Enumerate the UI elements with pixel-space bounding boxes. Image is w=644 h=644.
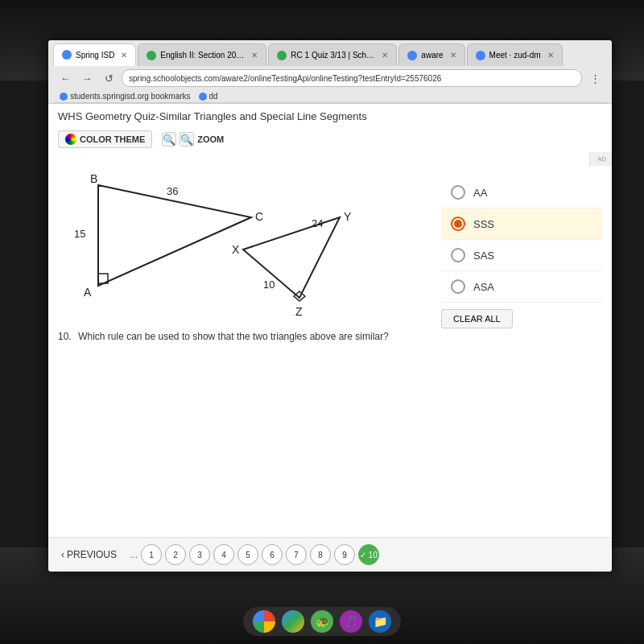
svg-text:Y: Y <box>344 210 352 223</box>
tab-spring-isd[interactable]: Spring ISD ✕ <box>53 43 136 66</box>
tab-meet[interactable]: Meet · zud-dm ✕ <box>467 43 563 66</box>
tab-bar: Spring ISD ✕ English II: Section 20-7 | … <box>53 43 607 66</box>
bookmark-students[interactable]: students.springisd.org bookmarks <box>60 92 191 101</box>
radio-asa[interactable] <box>451 279 465 294</box>
page-btn-8[interactable]: 8 <box>310 544 331 565</box>
page-navigation: ... 1 2 3 4 5 6 7 8 9 ✓ 10 <box>130 544 379 565</box>
svg-text:24: 24 <box>312 217 323 229</box>
bottom-nav: ‹ PREVIOUS ... 1 2 3 4 5 6 7 8 9 ✓ 10 <box>48 537 612 572</box>
choice-label-sas: SAS <box>473 250 494 262</box>
taskbar-turtle-icon[interactable]: 🐢 <box>311 610 333 633</box>
zoom-controls: 🔍 🔍 ZOOM <box>162 132 224 147</box>
color-theme-button[interactable]: COLOR THEME <box>58 130 152 148</box>
page-btn-10[interactable]: ✓ 10 <box>358 544 379 565</box>
bookmarks-bar: students.springisd.org bookmarks dd <box>53 90 607 103</box>
tab-rc-quiz[interactable]: RC 1 Quiz 3/13 | Schoology ✕ <box>268 43 397 66</box>
radio-sss-inner <box>454 220 462 228</box>
page-btn-3[interactable]: 3 <box>189 544 210 565</box>
browser-window: Spring ISD ✕ English II: Section 20-7 | … <box>48 40 612 572</box>
svg-text:Z: Z <box>295 305 303 318</box>
question-text: Which rule can be used to show that the … <box>78 331 389 342</box>
question-number: 10. <box>58 331 72 342</box>
tab-close-rc-quiz[interactable]: ✕ <box>382 51 388 60</box>
tab-close-english[interactable]: ✕ <box>251 51 258 60</box>
clear-all-button[interactable]: CLEAR ALL <box>441 309 513 328</box>
prev-chevron-icon: ‹ <box>61 549 64 560</box>
extensions-button[interactable]: ⋮ <box>586 69 604 87</box>
radio-sss[interactable] <box>451 217 465 231</box>
tab-favicon-aware <box>407 51 417 60</box>
tab-label-meet: Meet · zud-dm <box>489 51 541 60</box>
taskbar-folder-icon[interactable]: 📁 <box>369 610 391 633</box>
page-btn-9[interactable]: 9 <box>334 544 355 565</box>
answer-choices: AA SSS SAS <box>441 161 602 343</box>
page-btn-6[interactable]: 6 <box>262 544 283 565</box>
back-button[interactable]: ← <box>56 69 74 87</box>
svg-marker-7 <box>243 217 340 298</box>
page-btn-2[interactable]: 2 <box>165 544 186 565</box>
svg-text:15: 15 <box>74 228 85 240</box>
tab-label-aware: aware <box>421 51 443 60</box>
question-area: B C A 36 15 X <box>58 161 602 343</box>
tab-favicon-english <box>147 51 156 60</box>
tab-aware[interactable]: aware ✕ <box>398 43 464 66</box>
taskbar-drive-icon[interactable] <box>282 610 304 633</box>
svg-text:10: 10 <box>263 279 275 291</box>
tab-favicon-spring-isd <box>62 50 72 60</box>
tab-close-spring-isd[interactable]: ✕ <box>121 51 127 60</box>
bookmark-favicon-students <box>60 93 68 101</box>
choice-label-aa: AA <box>473 187 487 199</box>
choice-label-asa: ASA <box>473 281 494 293</box>
svg-text:36: 36 <box>167 185 178 197</box>
page-btn-1[interactable]: 1 <box>141 544 162 565</box>
tab-label-rc-quiz: RC 1 Quiz 3/13 | Schoology <box>291 51 375 60</box>
address-bar-row: ← → ↺ spring.schoolobjects.com/aware2/on… <box>53 66 607 90</box>
choice-sss[interactable]: SSS <box>441 208 602 240</box>
choice-sas[interactable]: SAS <box>441 240 602 271</box>
tab-english[interactable]: English II: Section 20-7 | Scho... ✕ <box>138 43 266 66</box>
page-title: WHS Geometry Quiz-Similar Triangles and … <box>58 110 602 122</box>
tab-favicon-rc-quiz <box>277 51 287 60</box>
taskbar-chrome-icon[interactable] <box>253 610 275 633</box>
tab-close-aware[interactable]: ✕ <box>450 51 456 60</box>
page-btn-5[interactable]: 5 <box>237 544 258 565</box>
bookmark-label-students: students.springisd.org bookmarks <box>70 92 191 101</box>
page-content: WHS Geometry Quiz-Similar Triangles and … <box>48 104 612 572</box>
triangles-diagram: B C A 36 15 X <box>58 161 380 322</box>
color-theme-label: COLOR THEME <box>80 134 145 144</box>
choice-asa[interactable]: ASA <box>441 271 602 303</box>
taskbar: 🐢 🎵 📁 <box>243 607 401 636</box>
zoom-in-button[interactable]: 🔍 <box>180 132 194 147</box>
choice-aa[interactable]: AA <box>441 177 602 208</box>
triangle-area: B C A 36 15 X <box>58 161 425 343</box>
page-btn-7[interactable]: 7 <box>286 544 307 565</box>
ad-placeholder: AD <box>589 152 612 166</box>
palette-icon <box>65 134 76 145</box>
bookmark-label-dd: dd <box>209 92 218 101</box>
tab-label-english: English II: Section 20-7 | Scho... <box>160 51 245 60</box>
zoom-out-button[interactable]: 🔍 <box>162 132 176 147</box>
ellipsis: ... <box>130 549 138 560</box>
radio-sas[interactable] <box>451 248 465 262</box>
bookmark-favicon-dd <box>199 93 207 101</box>
svg-text:B: B <box>90 172 97 185</box>
bookmark-dd[interactable]: dd <box>199 92 218 101</box>
tab-favicon-meet <box>476 51 485 60</box>
address-input[interactable]: spring.schoolobjects.com/aware2/onlineTe… <box>122 69 582 87</box>
tab-close-meet[interactable]: ✕ <box>547 51 554 60</box>
forward-button[interactable]: → <box>78 69 96 87</box>
screen: Spring ISD ✕ English II: Section 20-7 | … <box>48 40 612 572</box>
previous-button[interactable]: ‹ PREVIOUS <box>61 549 117 560</box>
svg-marker-0 <box>98 185 251 286</box>
page-btn-4[interactable]: 4 <box>213 544 234 565</box>
tab-label-spring-isd: Spring ISD <box>76 51 114 60</box>
zoom-label: ZOOM <box>197 134 224 144</box>
svg-text:X: X <box>232 243 240 256</box>
reload-button[interactable]: ↺ <box>100 69 118 87</box>
radio-aa[interactable] <box>451 185 465 200</box>
svg-text:A: A <box>84 286 92 299</box>
toolbar: COLOR THEME 🔍 🔍 ZOOM <box>58 127 602 151</box>
choice-label-sss: SSS <box>473 218 494 230</box>
question-line: 10. Which rule can be used to show that … <box>58 328 425 343</box>
taskbar-music-icon[interactable]: 🎵 <box>340 610 362 633</box>
